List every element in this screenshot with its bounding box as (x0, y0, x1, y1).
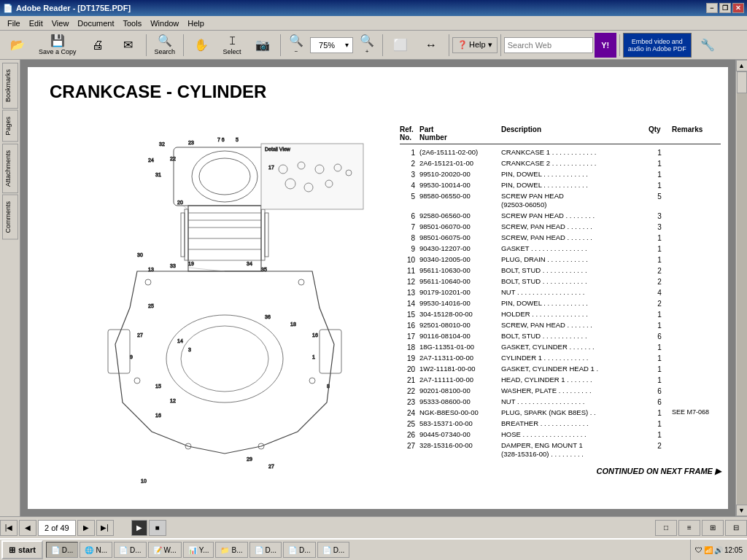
hand-tool-button[interactable]: ✋ (187, 33, 216, 58)
part-rem-16 (672, 332, 730, 341)
bookmarks-panel-btn[interactable]: Bookmarks (2, 63, 18, 109)
navigation-bar: |◀ ◀ 2 of 49 ▶ ▶| ▶ ■ □ ≡ ⊞ ⊟ (0, 516, 747, 538)
menu-window[interactable]: Window (146, 18, 183, 29)
fit-page-button[interactable]: ⬜ (386, 33, 415, 58)
table-row: 21 2A7-11111-00-00 HEAD, CYLINDER 1 . . … (400, 375, 721, 386)
search-web-box[interactable] (504, 37, 593, 53)
svg-text:29: 29 (247, 456, 252, 462)
taskbar-icon-1: 🌐 (85, 546, 93, 554)
part-desc-0: CRANKCASE 1 . . . . . . . . . . . . (501, 148, 647, 158)
pages-panel-btn[interactable]: Pages (2, 110, 18, 142)
part-qty-10: 2 (649, 266, 670, 276)
comments-panel-btn[interactable]: Comments (2, 195, 18, 240)
taskbar-item-8[interactable]: 📄 D... (317, 542, 350, 558)
separator-2 (183, 34, 184, 56)
single-page-view[interactable]: □ (655, 520, 677, 536)
part-rem-3 (672, 181, 730, 190)
part-qty-4: 5 (649, 192, 670, 210)
minimize-button[interactable]: − (706, 3, 718, 13)
app-icon: 📄 (3, 4, 13, 13)
zoom-in-button[interactable]: 🔍 + (355, 33, 379, 58)
part-desc-5: SCREW PAN HEAD . . . . . . . . (501, 211, 647, 221)
search-button[interactable]: 🔍 Search (150, 33, 181, 58)
svg-text:35: 35 (261, 267, 267, 272)
prev-page-button[interactable]: ◀ (19, 520, 36, 536)
right-scrollbar[interactable]: ▲ ▼ (735, 60, 747, 516)
part-ref-24: 25 (400, 419, 418, 429)
part-rem-18 (672, 354, 730, 363)
next-page-button[interactable]: ▶ (77, 520, 95, 536)
taskbar-item-1[interactable]: 🌐 N... (80, 542, 112, 558)
fit-width-button[interactable]: ↔ (417, 33, 446, 58)
attachments-panel-btn[interactable]: Attachments (2, 144, 18, 193)
part-number-22: 95333-08600-00 (419, 397, 500, 407)
taskbar-item-2[interactable]: 📄 D... (114, 542, 147, 558)
restore-button[interactable]: ❐ (719, 3, 731, 13)
help-button[interactable]: ❓ Help ▾ (452, 37, 498, 53)
taskbar-item-7[interactable]: 📄 D... (283, 542, 316, 558)
start-button[interactable]: ⊞ start (1, 540, 43, 559)
stop-button[interactable]: ■ (149, 520, 166, 536)
menu-help[interactable]: Help (183, 18, 209, 29)
scroll-down-button[interactable]: ▼ (736, 505, 748, 516)
svg-text:15: 15 (155, 384, 161, 389)
taskbar-item-3[interactable]: 📝 W... (148, 542, 182, 558)
taskbar-item-4[interactable]: 📊 Y... (183, 542, 214, 558)
select-icon: 𝙸 (228, 35, 236, 47)
search-web-input[interactable] (505, 41, 592, 50)
clock: 12:05 (724, 546, 743, 554)
parts-table-area: Ref.No. PartNumber Description Qty Remar… (400, 125, 721, 476)
scroll-track[interactable] (737, 71, 747, 505)
two-page-view[interactable]: ⊞ (702, 520, 724, 536)
continuous-view[interactable]: ≡ (678, 520, 700, 536)
menu-edit[interactable]: Edit (25, 18, 47, 29)
print-button[interactable]: 🖨 (83, 33, 112, 58)
menu-file[interactable]: File (3, 18, 25, 29)
parts-diagram: Detail View 32 23 7 6 (42, 125, 392, 516)
taskbar-adobe[interactable]: 📄 D... (46, 542, 79, 558)
taskbar-item-6[interactable]: 📄 D... (249, 542, 282, 558)
menu-tools[interactable]: Tools (119, 18, 147, 29)
part-number-15: 92501-08010-00 (419, 321, 500, 330)
scroll-up-button[interactable]: ▲ (736, 60, 748, 71)
part-ref-10: 11 (400, 266, 418, 276)
taskbar-label-3: W... (164, 546, 177, 554)
zoom-control[interactable]: ▾ (310, 37, 353, 53)
svg-text:27: 27 (137, 332, 143, 338)
menu-document[interactable]: Document (73, 18, 118, 29)
email-button[interactable]: ✉ (114, 33, 143, 58)
play-button[interactable]: ▶ (131, 520, 147, 536)
document-area[interactable]: CRANKCASE - CYLINDER (20, 60, 735, 516)
first-page-button[interactable]: |◀ (0, 520, 18, 536)
zoom-input[interactable] (312, 41, 341, 50)
part-ref-12: 13 (400, 288, 418, 298)
part-desc-8: GASKET . . . . . . . . . . . . . . . (501, 244, 647, 254)
close-button[interactable]: ✕ (732, 3, 744, 13)
two-page-continuous[interactable]: ⊟ (725, 520, 747, 536)
part-qty-6: 3 (649, 222, 670, 232)
part-ref-25: 26 (400, 430, 418, 440)
part-desc-18: CYLINDER 1 . . . . . . . . . . . . (501, 354, 647, 363)
hand-icon: ✋ (194, 39, 209, 51)
table-row: 24 NGK-B8ES0-00-00 PLUG, SPARK (NGK B8ES… (400, 408, 721, 419)
select-button[interactable]: 𝙸 Select (217, 33, 247, 58)
taskbar-item-5[interactable]: 📁 B... (215, 542, 247, 558)
open-button[interactable]: 📂 (3, 33, 32, 58)
yahoo-button[interactable]: Y! (595, 33, 616, 58)
zoom-dropdown-icon[interactable]: ▾ (343, 41, 351, 49)
scroll-thumb[interactable] (737, 71, 747, 93)
snapshot-button[interactable]: 📷 (248, 33, 277, 58)
last-page-button[interactable]: ▶| (96, 520, 114, 536)
menu-view[interactable]: View (47, 18, 74, 29)
part-number-23: NGK-B8ES0-00-00 (419, 408, 500, 418)
tools-button[interactable]: 🔧 (693, 33, 722, 58)
zoom-out-button[interactable]: 🔍 − (284, 33, 309, 58)
camera-icon: 📷 (255, 39, 270, 51)
svg-text:9: 9 (130, 354, 133, 359)
part-number-21: 90201-08100-00 (419, 386, 500, 396)
embed-video-ad[interactable]: Embed video and audio in Adobe PDF (623, 33, 692, 58)
taskbar-label-4: Y... (199, 546, 209, 554)
save-copy-button[interactable]: 💾 Save a Copy (34, 33, 82, 58)
svg-text:12: 12 (170, 398, 176, 403)
svg-text:31: 31 (155, 172, 161, 177)
